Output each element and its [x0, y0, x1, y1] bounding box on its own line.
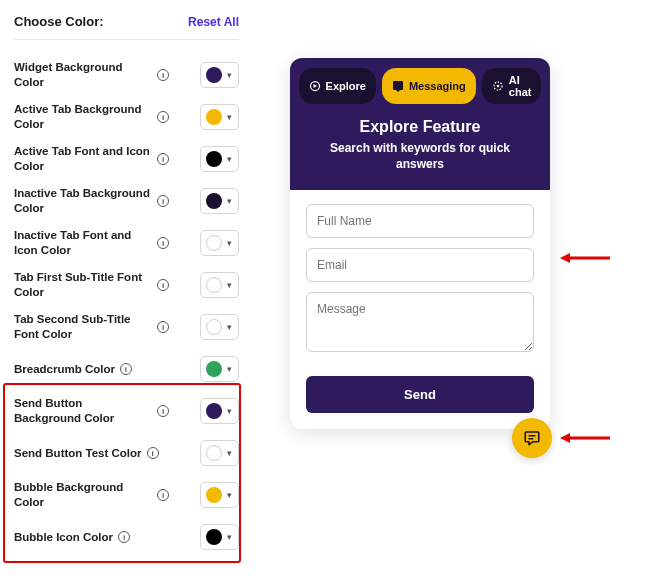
tab-explore[interactable]: Explore — [299, 68, 376, 104]
arrow-annotation — [560, 250, 610, 266]
color-swatch — [206, 487, 222, 503]
color-picker[interactable]: ▾ — [200, 188, 239, 214]
color-row-label: Send Button Background Color — [14, 396, 152, 426]
chevron-down-icon: ▾ — [225, 448, 234, 458]
color-row: Bubble Background Color i ▾ — [14, 474, 239, 516]
color-picker[interactable]: ▾ — [200, 398, 239, 424]
chevron-down-icon: ▾ — [225, 280, 234, 290]
color-swatch — [206, 319, 222, 335]
chevron-down-icon: ▾ — [225, 364, 234, 374]
explore-icon — [309, 80, 321, 92]
tab-label: Messaging — [409, 80, 466, 92]
info-icon[interactable]: i — [157, 321, 169, 333]
color-row: Active Tab Background Color i ▾ — [14, 96, 239, 138]
color-row-label: Inactive Tab Font and Icon Color — [14, 228, 152, 258]
arrow-annotation — [560, 430, 610, 446]
color-picker[interactable]: ▾ — [200, 314, 239, 340]
color-row-label: Bubble Icon Color — [14, 530, 113, 545]
color-row: Inactive Tab Background Color i ▾ — [14, 180, 239, 222]
color-row: Tab Second Sub-Title Font Color i ▾ — [14, 306, 239, 348]
info-icon[interactable]: i — [157, 237, 169, 249]
chat-icon — [523, 429, 541, 447]
color-picker[interactable]: ▾ — [200, 104, 239, 130]
color-row: Send Button Test Color i ▾ — [14, 432, 239, 474]
color-row-label: Bubble Background Color — [14, 480, 152, 510]
color-row: Active Tab Font and Icon Color i ▾ — [14, 138, 239, 180]
choose-color-heading: Choose Color: — [14, 14, 104, 29]
info-icon[interactable]: i — [157, 111, 169, 123]
chevron-down-icon: ▾ — [225, 490, 234, 500]
tab-ai-chat[interactable]: AI chat — [482, 68, 542, 104]
chevron-down-icon: ▾ — [225, 196, 234, 206]
color-row: Bubble Icon Color i ▾ — [14, 516, 239, 558]
color-row: Inactive Tab Font and Icon Color i ▾ — [14, 222, 239, 264]
info-icon[interactable]: i — [147, 447, 159, 459]
name-input[interactable] — [306, 204, 534, 238]
widget-preview: ExploreMessagingAI chat Explore Feature … — [290, 58, 550, 429]
info-icon[interactable]: i — [157, 489, 169, 501]
chevron-down-icon: ▾ — [225, 406, 234, 416]
info-icon[interactable]: i — [120, 363, 132, 375]
hero-title: Explore Feature — [306, 118, 534, 136]
hero-subtitle: Search with keywords for quick answers — [306, 140, 534, 172]
color-row-label: Tab First Sub-Title Font Color — [14, 270, 152, 300]
tab-label: AI chat — [509, 74, 532, 98]
color-picker[interactable]: ▾ — [200, 230, 239, 256]
color-row-label: Breadcrumb Color — [14, 362, 115, 377]
color-picker[interactable]: ▾ — [200, 482, 239, 508]
messaging-icon — [392, 80, 404, 92]
info-icon[interactable]: i — [118, 531, 130, 543]
color-swatch — [206, 67, 222, 83]
info-icon[interactable]: i — [157, 405, 169, 417]
color-row-label: Tab Second Sub-Title Font Color — [14, 312, 152, 342]
color-picker[interactable]: ▾ — [200, 62, 239, 88]
reset-all-link[interactable]: Reset All — [188, 15, 239, 29]
svg-point-2 — [497, 85, 500, 88]
svg-marker-8 — [560, 433, 570, 443]
info-icon[interactable]: i — [157, 153, 169, 165]
chevron-down-icon: ▾ — [225, 322, 234, 332]
color-swatch — [206, 277, 222, 293]
chevron-down-icon: ▾ — [225, 154, 234, 164]
email-input[interactable] — [306, 248, 534, 282]
send-button[interactable]: Send — [306, 376, 534, 413]
color-row: Tab First Sub-Title Font Color i ▾ — [14, 264, 239, 306]
color-picker[interactable]: ▾ — [200, 272, 239, 298]
color-swatch — [206, 403, 222, 419]
color-picker[interactable]: ▾ — [200, 440, 239, 466]
color-row: Widget Background Color i ▾ — [14, 54, 239, 96]
color-swatch — [206, 361, 222, 377]
color-row-label: Active Tab Background Color — [14, 102, 152, 132]
color-row-label: Send Button Test Color — [14, 446, 142, 461]
color-row-label: Active Tab Font and Icon Color — [14, 144, 152, 174]
color-row: Breadcrumb Color i ▾ — [14, 348, 239, 390]
chevron-down-icon: ▾ — [225, 532, 234, 542]
chevron-down-icon: ▾ — [225, 112, 234, 122]
chat-bubble-button[interactable] — [512, 418, 552, 458]
color-swatch — [206, 529, 222, 545]
color-swatch — [206, 445, 222, 461]
info-icon[interactable]: i — [157, 195, 169, 207]
widget-hero: Explore Feature Search with keywords for… — [290, 104, 550, 190]
color-picker[interactable]: ▾ — [200, 524, 239, 550]
chevron-down-icon: ▾ — [225, 70, 234, 80]
info-icon[interactable]: i — [157, 69, 169, 81]
ai-chat-icon — [492, 80, 504, 92]
color-swatch — [206, 109, 222, 125]
color-row-label: Inactive Tab Background Color — [14, 186, 152, 216]
svg-marker-6 — [560, 253, 570, 263]
tabs-bar: ExploreMessagingAI chat — [290, 58, 550, 104]
color-swatch — [206, 193, 222, 209]
color-swatch — [206, 151, 222, 167]
message-textarea[interactable] — [306, 292, 534, 352]
color-picker[interactable]: ▾ — [200, 356, 239, 382]
info-icon[interactable]: i — [157, 279, 169, 291]
tab-label: Explore — [326, 80, 366, 92]
tab-messaging[interactable]: Messaging — [382, 68, 476, 104]
color-row: Send Button Background Color i ▾ — [14, 390, 239, 432]
chevron-down-icon: ▾ — [225, 238, 234, 248]
color-swatch — [206, 235, 222, 251]
color-row-label: Widget Background Color — [14, 60, 152, 90]
color-picker[interactable]: ▾ — [200, 146, 239, 172]
